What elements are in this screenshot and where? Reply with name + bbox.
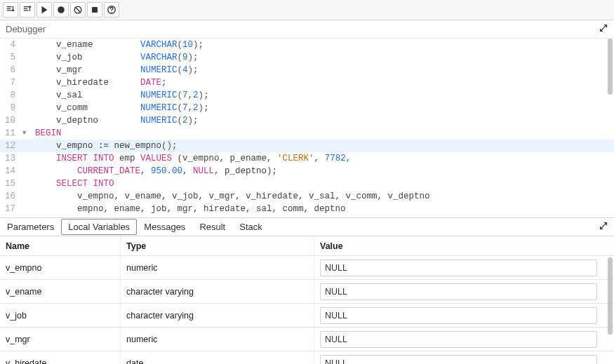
stop-button[interactable] — [87, 2, 102, 18]
code-line[interactable]: 12 v_empno := new_empno(); — [0, 140, 614, 152]
code-line[interactable]: 7 v_hiredate DATE; — [0, 76, 614, 89]
col-header-value: Value — [314, 236, 614, 255]
code-text: v_empno, v_ename, v_job, v_mgr, v_hireda… — [34, 190, 430, 203]
var-type: numeric — [121, 256, 314, 279]
line-number: 5 — [0, 51, 22, 64]
var-type: numeric — [121, 328, 314, 351]
svg-point-0 — [58, 6, 65, 13]
line-number: 15 — [0, 177, 22, 190]
var-name: v_mgr — [0, 328, 121, 351]
code-editor[interactable]: 4 v_ename VARCHAR(10);5 v_job VARCHAR(9)… — [0, 39, 614, 217]
step-over-button[interactable] — [20, 2, 35, 18]
code-text: INSERT INTO emp VALUES (v_empno, p_ename… — [34, 152, 351, 165]
line-number: 4 — [0, 39, 22, 51]
code-text: v_comm NUMERIC(7,2); — [34, 102, 209, 114]
code-line[interactable]: 15 SELECT INTO — [0, 177, 614, 190]
line-number: 18 — [0, 215, 22, 217]
code-line[interactable]: 11▼BEGIN — [0, 127, 614, 140]
table-row: v_jobcharacter varying — [0, 304, 614, 328]
table-row: v_hiredatedate — [0, 351, 614, 364]
table-row: v_enamecharacter varying — [0, 280, 614, 304]
var-value-cell — [314, 351, 614, 364]
var-type: character varying — [121, 280, 314, 303]
code-text: v_ename VARCHAR(10); — [34, 39, 203, 51]
tab-result[interactable]: Result — [192, 219, 232, 235]
var-value-input[interactable] — [320, 331, 597, 348]
debug-toolbar — [0, 0, 614, 20]
col-header-name: Name — [0, 236, 121, 255]
code-line[interactable]: 8 v_sal NUMERIC(7,2); — [0, 89, 614, 102]
svg-point-4 — [111, 12, 112, 13]
code-line[interactable]: 4 v_ename VARCHAR(10); — [0, 39, 614, 51]
tab-messages[interactable]: Messages — [137, 219, 192, 235]
tab-parameters[interactable]: Parameters — [0, 219, 61, 235]
panel-tabs: Parameters Local Variables Messages Resu… — [0, 217, 614, 236]
line-number: 7 — [0, 76, 22, 89]
debugger-title: Debugger — [6, 24, 46, 34]
table-row: v_mgrnumeric — [0, 328, 614, 351]
var-value-input[interactable] — [320, 283, 597, 300]
var-value-input[interactable] — [320, 259, 597, 276]
grid-scrollbar[interactable] — [608, 257, 613, 335]
svg-rect-2 — [92, 7, 98, 13]
code-text: v_mgr NUMERIC(4); — [34, 64, 199, 76]
code-text: v_hiredate DATE; — [34, 76, 167, 89]
var-name: v_empno — [0, 256, 121, 279]
code-line[interactable]: 18 FROM emp WHERE empno = v_empno; — [0, 215, 614, 217]
code-text: BEGIN — [34, 127, 62, 140]
code-text: v_deptno NUMERIC(2); — [34, 114, 199, 127]
continue-button[interactable] — [36, 2, 52, 18]
code-line[interactable]: 17 empno, ename, job, mgr, hiredate, sal… — [0, 203, 614, 215]
code-text: empno, ename, job, mgr, hiredate, sal, c… — [34, 203, 346, 215]
code-text: v_job VARCHAR(9); — [34, 51, 199, 64]
line-number: 13 — [0, 152, 22, 165]
line-number: 6 — [0, 64, 22, 76]
code-line[interactable]: 10 v_deptno NUMERIC(2); — [0, 114, 614, 127]
debugger-header: Debugger — [0, 20, 614, 39]
code-text: v_empno := new_empno(); — [34, 140, 178, 152]
variables-grid: Name Type Value v_empnonumericv_enamecha… — [0, 236, 614, 364]
table-row: v_empnonumeric — [0, 256, 614, 280]
code-line[interactable]: 16 v_empno, v_ename, v_job, v_mgr, v_hir… — [0, 190, 614, 203]
code-line[interactable]: 14 CURRENT_DATE, 950.00, NULL, p_deptno)… — [0, 165, 614, 177]
var-value-cell — [314, 280, 614, 303]
var-type: date — [121, 351, 314, 364]
code-text: CURRENT_DATE, 950.00, NULL, p_deptno); — [34, 165, 277, 177]
code-line[interactable]: 13 INSERT INTO emp VALUES (v_empno, p_en… — [0, 152, 614, 165]
var-name: v_ename — [0, 280, 121, 303]
code-text: v_sal NUMERIC(7,2); — [34, 89, 209, 102]
line-number: 10 — [0, 114, 22, 127]
var-name: v_hiredate — [0, 351, 121, 364]
col-header-type: Type — [121, 236, 314, 255]
line-number: 16 — [0, 190, 22, 203]
toggle-breakpoint-button[interactable] — [53, 2, 69, 18]
code-line[interactable]: 5 v_job VARCHAR(9); — [0, 51, 614, 64]
clear-breakpoints-button[interactable] — [70, 2, 86, 18]
line-number: 8 — [0, 89, 22, 102]
code-text: SELECT INTO — [34, 177, 114, 190]
var-value-input[interactable] — [320, 307, 597, 324]
code-line[interactable]: 9 v_comm NUMERIC(7,2); — [0, 102, 614, 114]
var-type: character varying — [121, 304, 314, 327]
tab-stack[interactable]: Stack — [232, 219, 269, 235]
var-value-input[interactable] — [320, 355, 597, 365]
editor-scrollbar[interactable] — [608, 39, 613, 95]
help-button[interactable] — [104, 2, 119, 18]
code-text: FROM emp WHERE empno = v_empno; — [34, 215, 241, 217]
line-number: 17 — [0, 203, 22, 215]
expand-icon[interactable] — [599, 23, 608, 35]
code-line[interactable]: 6 v_mgr NUMERIC(4); — [0, 64, 614, 76]
line-number: 12 — [0, 140, 22, 152]
var-value-cell — [314, 328, 614, 351]
fold-gutter[interactable]: ▼ — [22, 127, 34, 140]
panel-expand-icon[interactable] — [593, 218, 614, 236]
line-number: 9 — [0, 102, 22, 114]
grid-header-row: Name Type Value — [0, 236, 614, 256]
var-name: v_job — [0, 304, 121, 327]
step-into-button[interactable] — [3, 2, 18, 18]
var-value-cell — [314, 304, 614, 327]
var-value-cell — [314, 256, 614, 279]
line-number: 14 — [0, 165, 22, 177]
tab-local-variables[interactable]: Local Variables — [61, 219, 137, 235]
line-number: 11 — [0, 127, 22, 140]
